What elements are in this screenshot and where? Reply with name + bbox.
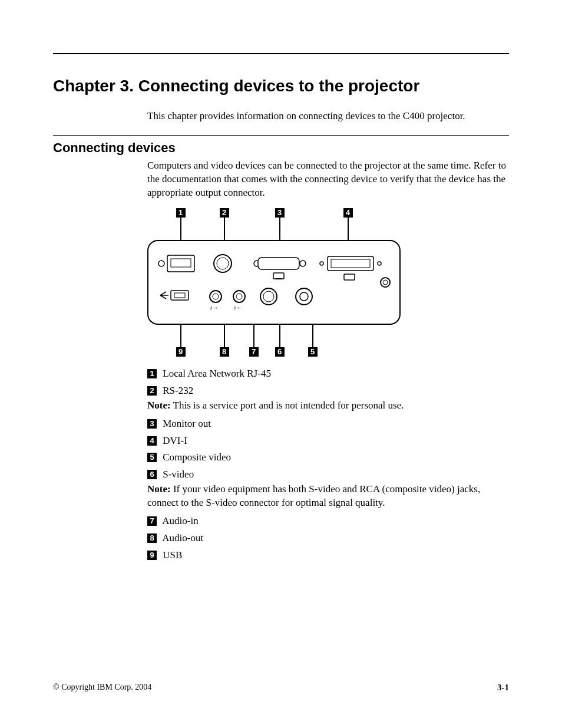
note-text: If your video equipment has both S-video…: [147, 483, 480, 508]
section-title: Connecting devices: [53, 140, 509, 156]
svg-point-19: [213, 294, 219, 299]
diagram-label-8: 8: [220, 347, 229, 357]
diagram-label-5: 5: [308, 347, 318, 357]
callout-label: USB: [163, 549, 182, 561]
callout-item: 3 Monitor out: [147, 417, 509, 431]
svg-point-6: [300, 261, 306, 266]
callout-item: 8 Audio-out: [147, 532, 509, 545]
svg-point-9: [320, 262, 323, 265]
callout-item: 1 Local Area Network RJ-45: [147, 367, 509, 381]
callout-badge: 4: [147, 436, 157, 446]
callout-label: Audio-out: [162, 532, 203, 543]
diagram-label-2: 2: [220, 208, 229, 218]
diagram-label-1: 1: [176, 208, 186, 218]
svg-rect-13: [344, 274, 355, 280]
callout-badge: 8: [147, 533, 157, 543]
top-rule: [53, 53, 509, 54]
diagram-label-4: 4: [343, 208, 353, 218]
callout-item: 2 RS-232: [147, 384, 509, 398]
callout-label: Composite video: [163, 452, 231, 463]
diagram-label-3: 3: [275, 208, 285, 218]
svg-rect-17: [174, 293, 185, 298]
callout-item: 4 DVI-I: [147, 434, 509, 448]
chapter-intro: This chapter provides information on con…: [147, 110, 509, 123]
callout-label: RS-232: [163, 385, 193, 396]
chapter-title: Chapter 3. Connecting devices to the pro…: [53, 77, 509, 95]
callout-note: Note: This is a service port and is not …: [147, 399, 509, 413]
svg-point-27: [300, 292, 308, 301]
callout-badge: 1: [147, 369, 157, 378]
callout-label: Local Area Network RJ-45: [163, 368, 271, 379]
svg-point-4: [217, 258, 229, 269]
panel-svg: ♪→ ♪←: [157, 248, 392, 313]
callout-badge: 2: [147, 386, 157, 396]
callout-label: S-video: [163, 469, 194, 480]
callout-label: DVI-I: [163, 435, 187, 446]
svg-text:♪←: ♪←: [233, 304, 242, 311]
svg-rect-7: [273, 273, 284, 279]
callout-badge: 9: [147, 551, 157, 560]
callout-badge: 7: [147, 516, 157, 526]
callout-label: Audio-in: [162, 515, 198, 526]
callout-item: 6 S-video: [147, 468, 509, 482]
callout-list: 7 Audio-in 8 Audio-out 9 USB: [147, 515, 509, 562]
svg-rect-2: [171, 259, 191, 267]
svg-text:♪→: ♪→: [210, 304, 219, 311]
callout-item: 7 Audio-in: [147, 515, 509, 528]
svg-point-12: [378, 262, 381, 265]
projector-back-panel: ♪→ ♪←: [147, 240, 401, 325]
document-page: Chapter 3. Connecting devices to the pro…: [0, 0, 562, 728]
svg-point-25: [263, 291, 274, 302]
callout-badge: 6: [147, 470, 157, 479]
callout-label: Monitor out: [163, 418, 211, 429]
footer-page-number: 3-1: [497, 683, 509, 693]
callout-badge: 5: [147, 453, 157, 462]
svg-point-0: [158, 261, 164, 266]
connector-diagram: 1 2 3 4: [147, 208, 401, 357]
page-footer: © Copyright IBM Corp. 2004 3-1: [53, 683, 509, 693]
diagram-label-6: 6: [275, 347, 285, 357]
callout-list: 3 Monitor out 4 DVI-I 5 Composite video …: [147, 417, 509, 482]
svg-point-15: [383, 280, 388, 285]
callout-item: 5 Composite video: [147, 451, 509, 465]
note-label: Note:: [147, 483, 171, 495]
footer-copyright: © Copyright IBM Corp. 2004: [53, 683, 151, 693]
svg-rect-11: [331, 259, 370, 268]
section-rule: [53, 135, 509, 136]
note-text: This is a service port and is not intend…: [173, 400, 404, 411]
callout-badge: 3: [147, 419, 157, 429]
section-body: Computers and video devices can be conne…: [147, 159, 509, 200]
note-label: Note:: [147, 400, 171, 411]
callout-list: 1 Local Area Network RJ-45 2 RS-232: [147, 367, 509, 398]
diagram-label-9: 9: [176, 347, 186, 357]
callout-note: Note: If your video equipment has both S…: [147, 483, 509, 510]
callout-item: 9 USB: [147, 549, 509, 562]
svg-point-22: [236, 294, 242, 299]
diagram-label-7: 7: [249, 347, 259, 357]
